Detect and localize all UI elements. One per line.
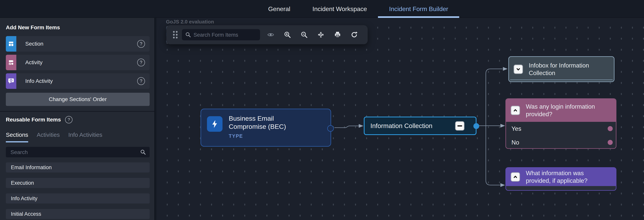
- form-items-search-input[interactable]: [193, 29, 258, 41]
- list-item-initial-access[interactable]: Initial Access: [6, 209, 150, 219]
- section-layout-icon: [6, 36, 16, 52]
- add-info-activity-label: Info Activity: [25, 78, 53, 84]
- reusable-form-items-header: Reusable Form Items: [6, 117, 61, 123]
- tab-info-activities[interactable]: Info Activities: [68, 132, 102, 142]
- tab-sections[interactable]: Sections: [6, 132, 28, 142]
- list-item-email-information[interactable]: Email Information: [6, 162, 150, 173]
- sidebar-divider: [0, 111, 154, 112]
- reusable-help-icon[interactable]: ?: [65, 116, 72, 123]
- node-infobox[interactable]: Infobox for InformationCollection: [508, 56, 614, 82]
- change-sections-order-button[interactable]: Change Sections' Order: [6, 93, 150, 106]
- zoom-out-icon[interactable]: [300, 31, 308, 38]
- refresh-icon[interactable]: [350, 31, 358, 38]
- reusable-tabs: Sections Activities Info Activities: [6, 132, 102, 142]
- search-icon: [140, 149, 146, 155]
- lightning-bolt-icon: [207, 116, 222, 132]
- incident-form-builder-app: General Incident Workspace Incident Form…: [0, 0, 644, 220]
- sidebar-search-input[interactable]: [10, 147, 137, 158]
- add-section-button[interactable]: Section ?: [6, 36, 150, 52]
- bec-node-title: Business EmailCompromise (BEC): [229, 114, 286, 131]
- node-bec-type[interactable]: Business EmailCompromise (BEC) TYPE: [200, 109, 331, 147]
- option-no-label: No: [512, 139, 519, 146]
- top-bar: General Incident Workspace Incident Form…: [0, 0, 644, 18]
- add-info-activity-button[interactable]: Info Activity ?: [6, 73, 150, 89]
- chevron-down-button[interactable]: [514, 65, 523, 74]
- sidebar: Add New Form Items Section ? Activity ? …: [0, 18, 156, 220]
- chevron-up-button[interactable]: [511, 172, 520, 182]
- login-question-header: Was any login informationprovided?: [506, 99, 616, 122]
- drag-handle[interactable]: [172, 30, 179, 39]
- info-provided-title: What information wasprovided, if applica…: [526, 169, 588, 185]
- form-builder-canvas[interactable]: GoJS 2.0 evaluation(c) 1998-2019 Northwo…: [157, 18, 644, 220]
- tab-activities[interactable]: Activities: [37, 132, 60, 142]
- information-collection-output-port[interactable]: [474, 123, 479, 129]
- section-help-icon[interactable]: ?: [137, 40, 145, 48]
- search-icon: [185, 32, 191, 38]
- option-no-port[interactable]: [608, 140, 613, 145]
- add-new-form-items-header: Add New Form Items: [6, 24, 60, 31]
- infobox-title: Infobox for InformationCollection: [529, 62, 589, 77]
- zoom-fit-icon[interactable]: [317, 31, 324, 38]
- list-item-info-activity[interactable]: Info Activity: [6, 194, 150, 204]
- info-activity-help-icon[interactable]: ?: [137, 77, 145, 85]
- tab-general[interactable]: General: [257, 0, 302, 18]
- add-section-label: Section: [25, 41, 43, 47]
- option-no[interactable]: No: [506, 136, 616, 149]
- info-provided-header: What information wasprovided, if applica…: [506, 168, 616, 186]
- form-items-search: [182, 29, 260, 40]
- add-activity-button[interactable]: Activity ?: [6, 55, 150, 70]
- info-bubble-icon: [6, 73, 16, 89]
- add-activity-label: Activity: [25, 59, 42, 66]
- tab-incident-form-builder[interactable]: Incident Form Builder: [378, 0, 459, 18]
- top-tabs: General Incident Workspace Incident Form…: [257, 0, 459, 18]
- canvas-toolbar: [166, 25, 368, 44]
- option-yes[interactable]: Yes: [506, 122, 616, 136]
- chevron-up-button[interactable]: [511, 106, 520, 115]
- login-question-title: Was any login informationprovided?: [526, 103, 595, 118]
- eye-icon[interactable]: [267, 31, 274, 38]
- bec-output-port[interactable]: [327, 125, 334, 132]
- information-collection-title: Information Collection: [370, 122, 432, 130]
- collapsed-stack-edge: [510, 80, 613, 80]
- node-info-provided-question[interactable]: What information wasprovided, if applica…: [506, 167, 616, 191]
- node-information-collection[interactable]: Information Collection: [364, 117, 476, 135]
- tab-incident-workspace[interactable]: Incident Workspace: [302, 0, 378, 18]
- bec-type-badge: TYPE: [229, 133, 286, 139]
- option-yes-label: Yes: [512, 125, 522, 132]
- sidebar-search: [6, 147, 150, 157]
- list-item-execution[interactable]: Execution: [6, 178, 150, 188]
- node-login-question[interactable]: Was any login informationprovided? Yes N…: [506, 98, 616, 149]
- zoom-in-icon[interactable]: [284, 31, 291, 38]
- print-icon[interactable]: [334, 31, 341, 38]
- option-yes-port[interactable]: [608, 126, 613, 131]
- collapse-minus-button[interactable]: [455, 121, 464, 131]
- activity-help-icon[interactable]: ?: [137, 59, 145, 66]
- activity-checklist-icon: [6, 55, 16, 70]
